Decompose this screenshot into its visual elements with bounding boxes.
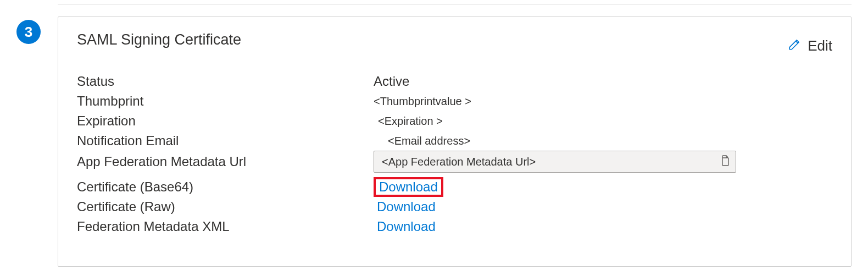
notification-email-value: <Email address>	[374, 135, 470, 147]
row-cert-raw: Certificate (Raw) Download	[77, 197, 832, 217]
row-notification-email: Notification Email <Email address>	[77, 131, 832, 151]
row-thumbprint: Thumbprint <Thumbprintvalue >	[77, 91, 832, 111]
cert-base64-download-highlight: Download	[374, 177, 443, 197]
edit-label: Edit	[808, 37, 832, 54]
cert-base64-label: Certificate (Base64)	[77, 179, 374, 195]
cert-raw-label: Certificate (Raw)	[77, 199, 374, 215]
cert-raw-download-link[interactable]: Download	[377, 199, 436, 214]
row-federation-xml: Federation Metadata XML Download	[77, 217, 832, 237]
metadata-url-value: <App Federation Metadata Url>	[382, 156, 718, 168]
field-rows: Status Active Thumbprint <Thumbprintvalu…	[77, 72, 832, 237]
step-badge: 3	[16, 20, 41, 44]
row-status: Status Active	[77, 72, 832, 91]
pencil-icon	[788, 37, 802, 55]
status-value: Active	[374, 74, 409, 89]
edit-button[interactable]: Edit	[788, 37, 832, 55]
cert-base64-download-link[interactable]: Download	[379, 179, 438, 194]
row-cert-base64: Certificate (Base64) Download	[77, 177, 832, 197]
metadata-url-field[interactable]: <App Federation Metadata Url>	[374, 151, 736, 173]
card-title: SAML Signing Certificate	[77, 31, 241, 48]
expiration-value: <Expiration >	[374, 115, 443, 128]
fed-xml-download-wrap: Download	[374, 219, 439, 234]
fed-xml-download-link[interactable]: Download	[377, 219, 436, 234]
step-number: 3	[25, 24, 32, 41]
notification-email-label: Notification Email	[77, 133, 374, 148]
metadata-url-label: App Federation Metadata Url	[77, 154, 374, 169]
top-divider	[58, 0, 852, 4]
saml-signing-certificate-card: SAML Signing Certificate Edit Status Act…	[58, 16, 852, 267]
row-expiration: Expiration <Expiration >	[77, 111, 832, 131]
status-label: Status	[77, 74, 374, 89]
fed-xml-label: Federation Metadata XML	[77, 219, 374, 234]
thumbprint-label: Thumbprint	[77, 94, 374, 109]
card-header: SAML Signing Certificate Edit	[77, 31, 832, 55]
thumbprint-value: <Thumbprintvalue >	[374, 95, 471, 108]
svg-rect-0	[722, 158, 728, 166]
cert-raw-download-wrap: Download	[374, 199, 439, 215]
expiration-label: Expiration	[77, 113, 374, 129]
row-metadata-url: App Federation Metadata Url <App Federat…	[77, 151, 832, 173]
copy-button[interactable]	[718, 155, 731, 168]
copy-icon	[719, 155, 730, 169]
